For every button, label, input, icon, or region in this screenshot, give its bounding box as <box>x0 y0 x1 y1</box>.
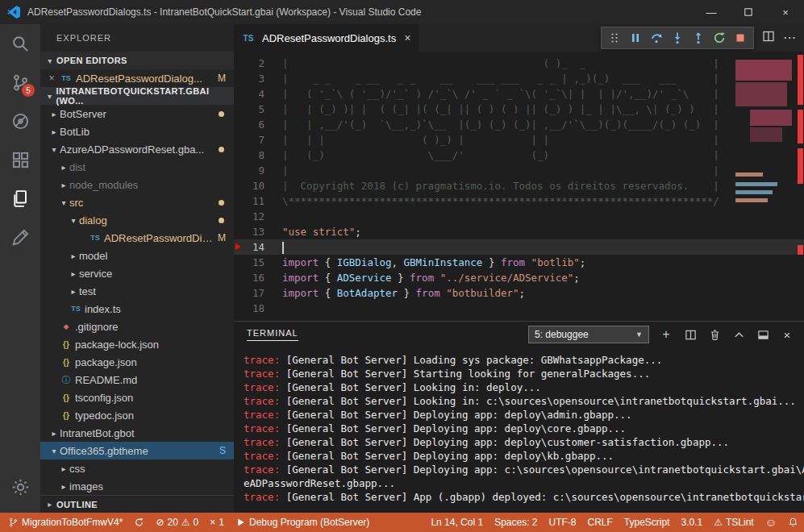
tab-adresetpassworddialogs[interactable]: TS ADResetPasswordDialogs.ts × <box>234 24 419 52</box>
source-control-icon[interactable]: 5 <box>0 63 40 102</box>
tab-terminal[interactable]: TERMINAL <box>247 328 298 341</box>
code-line-2[interactable]: 2| ( )_ _ | <box>234 56 804 71</box>
tab-close-icon[interactable]: × <box>404 31 410 44</box>
modified-dot-icon <box>219 200 224 206</box>
split-editor-icon[interactable] <box>762 30 775 46</box>
tree-item-gitignore[interactable]: ◆.gitignore <box>40 318 234 335</box>
x-count-item[interactable]: × 1 <box>204 513 230 532</box>
step-into-button[interactable] <box>668 28 687 48</box>
tree-item-src[interactable]: ▾src <box>40 193 234 211</box>
tree-item-tsconfig-json[interactable]: {}tsconfig.json <box>40 389 234 406</box>
kill-terminal-icon[interactable] <box>707 327 722 342</box>
code-line-5[interactable]: 5| | (_) )| | ( (_| |( (_| || ( ) ( ) ||… <box>234 102 804 117</box>
search-icon[interactable] <box>0 24 40 63</box>
maximize-button[interactable] <box>730 0 767 24</box>
code-line-10[interactable]: 10| Copyright 2018 (c) pragmatismo.io. T… <box>234 178 804 193</box>
cursor-position-item[interactable]: Ln 14, Col 1 <box>425 513 489 532</box>
debug-config-item[interactable]: Debug Program (BotServer) <box>230 513 375 532</box>
split-terminal-icon[interactable] <box>683 327 698 342</box>
tree-item-package-lock-json[interactable]: {}package-lock.json <box>40 335 234 353</box>
pause-button[interactable] <box>626 28 645 48</box>
terminal-picker[interactable]: 5: debuggee ▼ <box>528 326 649 343</box>
extensions-icon[interactable] <box>0 140 40 179</box>
tree-item-adresetpassworddial[interactable]: TSADResetPasswordDial...M <box>40 229 234 247</box>
tree-item-typedoc-json[interactable]: {}typedoc.json <box>40 406 234 424</box>
code-line-17[interactable]: 17import { BotAdapter } from "botbuilder… <box>234 285 804 301</box>
language-item[interactable]: TypeScript <box>619 513 676 532</box>
code-line-9[interactable]: 9| | <box>234 163 804 178</box>
settings-gear-icon[interactable] <box>0 468 40 506</box>
tree-item-test[interactable]: ▸test <box>40 282 234 300</box>
debug-icon[interactable] <box>0 102 40 140</box>
tree-item-botlib[interactable]: ▸BotLib <box>40 123 234 140</box>
open-editor-item[interactable]: × TS ADResetPasswordDialog... M <box>40 69 234 87</box>
tree-item-node-modules[interactable]: ▸node_modules <box>40 176 234 193</box>
indentation-item[interactable]: Spaces: 2 <box>489 513 543 532</box>
explorer-icon[interactable] <box>0 179 40 218</box>
tree-item-model[interactable]: ▸model <box>40 247 234 264</box>
code-line-6[interactable]: 6| | ,__/'(_) `\__,_)`\__ |(_) (_) (_)| … <box>234 117 804 132</box>
tree-item-dist[interactable]: ▸dist <box>40 158 234 176</box>
close-icon[interactable]: × <box>45 73 58 84</box>
code-line-7[interactable]: 7| | | ( )_) | | | | <box>234 132 804 148</box>
step-out-button[interactable] <box>689 28 708 48</box>
tree-item-office365-gbtheme[interactable]: ▾Office365.gbthemeS <box>40 442 234 459</box>
tree-item-azureadpasswordreset-gba[interactable]: ▾AzureADPasswordReset.gba... <box>40 140 234 158</box>
tree-item-images[interactable]: ▸images <box>40 477 234 495</box>
overview-ruler <box>797 52 804 321</box>
new-terminal-icon[interactable]: + <box>659 327 673 342</box>
tree-item-botserver[interactable]: ▸BotServer <box>40 105 234 123</box>
toggle-panel-icon[interactable] <box>756 327 770 342</box>
code-line-8[interactable]: 8| (_) \___/' (_) | <box>234 148 804 163</box>
tree-item-dialog[interactable]: ▾dialog <box>40 211 234 229</box>
minimize-button[interactable]: — <box>693 0 730 24</box>
code-line-13[interactable]: 13"use strict"; <box>234 224 804 239</box>
tslint-item[interactable]: ⚠ TSLint <box>708 513 759 532</box>
step-over-button[interactable] <box>647 28 666 48</box>
restart-button[interactable] <box>710 28 729 48</box>
edit-icon[interactable] <box>0 218 40 256</box>
tree-item-intranetbot-gbot[interactable]: ▸IntranetBot.gbot <box>40 424 234 442</box>
minimap[interactable] <box>734 52 797 321</box>
code-text: import { ADService } from "../service/AD… <box>282 270 580 285</box>
code-line-14[interactable]: 14 <box>234 239 804 255</box>
sync-item[interactable] <box>128 513 150 532</box>
code-line-16[interactable]: 16import { ADService } from "../service/… <box>234 270 804 285</box>
tree-item-service[interactable]: ▸service <box>40 264 234 282</box>
problems-item[interactable]: ⊘ 20 ⚠ 0 <box>150 513 204 532</box>
tree-item-label: node_modules <box>69 179 138 191</box>
stop-button[interactable] <box>731 28 750 48</box>
tree-item-label: ADResetPasswordDial... <box>104 232 218 244</box>
git-branch-item[interactable]: MigrationToBotFmwV4* <box>0 513 128 532</box>
code-text: "use strict"; <box>282 224 361 239</box>
json-file-icon: {} <box>60 358 73 367</box>
open-editors-header[interactable]: ▾ OPEN EDITORS <box>40 52 234 69</box>
code-line-15[interactable]: 15import { IGBDialog, GBMinInstance } fr… <box>234 255 804 270</box>
more-actions-icon[interactable]: ⋯ <box>783 34 796 42</box>
terminal-output[interactable]: trace: [General Bot Server] Loading sys … <box>234 347 804 513</box>
outline-header[interactable]: ▸ OUTLINE <box>40 495 234 513</box>
git-status-badge: M <box>218 232 226 243</box>
drag-handle-icon[interactable] <box>605 28 624 48</box>
code-editor[interactable]: 2| ( )_ _ |3| _ _ _ __ _ _ __ ___ ___ _ … <box>234 52 804 321</box>
eol-item[interactable]: CRLF <box>582 513 619 532</box>
close-panel-icon[interactable]: × <box>780 327 794 342</box>
tree-item-index-ts[interactable]: TSindex.ts <box>40 300 234 318</box>
code-line-12[interactable]: 12 <box>234 209 804 224</box>
feedback-smiley-item[interactable]: ☺ <box>760 513 782 532</box>
close-button[interactable]: × <box>767 0 804 24</box>
json-file-icon: {} <box>60 411 73 420</box>
tree-item-package-json[interactable]: {}package.json <box>40 353 234 371</box>
terminal-line: trace: [General Bot Server] Deploying ap… <box>244 449 804 463</box>
code-line-11[interactable]: 11\*************************************… <box>234 193 804 209</box>
encoding-item[interactable]: UTF-8 <box>544 513 582 532</box>
notifications-bell-item[interactable] <box>782 513 804 532</box>
code-line-18[interactable]: 18 <box>234 301 804 316</box>
code-line-3[interactable]: 3| _ _ _ __ _ _ __ ___ ___ _ _ | ,_)(_) … <box>234 71 804 86</box>
tree-item-readme-md[interactable]: ⓘREADME.md <box>40 371 234 389</box>
ts-version-item[interactable]: 3.0.1 <box>676 513 709 532</box>
workspace-header[interactable]: ▾ INTRANETBOTQUICKSTART.GBAI (WO... <box>40 87 234 105</box>
maximize-panel-icon[interactable] <box>731 327 746 342</box>
tree-item-css[interactable]: ▸css <box>40 459 234 477</box>
code-line-4[interactable]: 4| ( '_`\ ( '__)/'_` ) /'_`\ /' _ ` _ `\… <box>234 86 804 102</box>
